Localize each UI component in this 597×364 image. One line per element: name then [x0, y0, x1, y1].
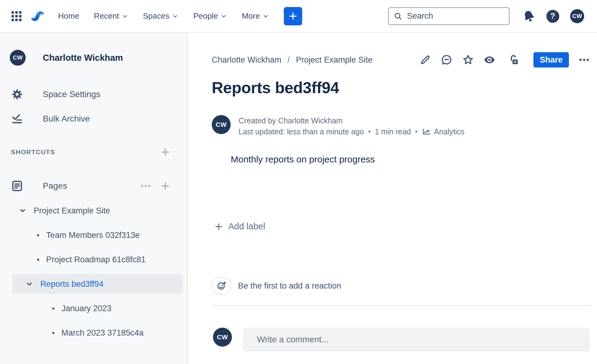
chevron-down-icon	[172, 13, 178, 20]
edit-button[interactable]	[419, 54, 431, 66]
analytics-chart-icon	[422, 127, 431, 136]
bell-icon	[522, 9, 536, 23]
add-shortcut-button[interactable]	[158, 145, 172, 159]
tree-item-project-example-site[interactable]: Project Example Site	[0, 201, 188, 220]
star-icon	[462, 54, 474, 66]
question-mark-icon: ?	[550, 11, 555, 21]
commenter-avatar: CW	[213, 328, 232, 347]
notifications-button[interactable]	[522, 9, 536, 23]
plus-icon	[288, 11, 298, 21]
primary-nav: Home Recent Spaces People More	[58, 11, 269, 21]
nav-home[interactable]: Home	[58, 11, 79, 21]
byline: CW Created by Charlotte Wickham Last upd…	[212, 115, 465, 137]
shortcuts-section-header: SHORTCUTS	[0, 146, 188, 158]
tree-item-reports-selected[interactable]: Reports bed3ff94	[12, 274, 183, 294]
breadcrumb-parent-link[interactable]: Project Example Site	[296, 55, 373, 65]
dot-separator: •	[415, 126, 418, 137]
top-navigation-bar: Home Recent Spaces People More	[0, 0, 597, 33]
chevron-down-icon[interactable]	[25, 280, 34, 288]
comments-button[interactable]	[441, 54, 453, 66]
comment-input[interactable]	[243, 335, 590, 344]
user-avatar-initials: CW	[572, 13, 582, 20]
confluence-logo[interactable]	[31, 9, 45, 23]
nav-spaces[interactable]: Spaces	[143, 11, 179, 21]
eye-icon	[483, 53, 496, 67]
last-updated-text: Last updated: less than a minute ago	[239, 126, 364, 137]
bulk-archive-label: Bulk Archive	[43, 114, 90, 124]
chevron-down-icon	[122, 13, 128, 20]
commenter-avatar-initials: CW	[217, 333, 228, 341]
help-button[interactable]: ?	[546, 10, 559, 23]
analytics-label: Analytics	[434, 126, 465, 137]
space-header[interactable]: CW Charlotte Wickham	[10, 50, 123, 66]
analytics-link[interactable]: Analytics	[422, 126, 465, 137]
add-label-text: Add label	[228, 221, 265, 231]
page-title: Reports bed3ff94	[212, 78, 339, 97]
smiley-plus-icon	[216, 281, 227, 291]
tree-item-label: Project Example Site	[34, 206, 110, 216]
tree-item-march-2023[interactable]: • March 2023 37185c4a	[0, 323, 188, 342]
created-by-line: Created by Charlotte Wickham	[239, 115, 465, 126]
nav-people[interactable]: People	[193, 11, 227, 21]
plus-icon	[160, 147, 171, 158]
search-icon	[394, 12, 403, 21]
space-avatar-initials: CW	[13, 54, 23, 61]
create-button[interactable]	[284, 7, 302, 25]
tree-item-team-members[interactable]: • Team Members 032f313e	[0, 226, 188, 245]
favorite-star-button[interactable]	[462, 54, 474, 66]
add-label-button[interactable]: Add label	[214, 221, 265, 231]
reaction-prompt-text: Be the first to add a reaction	[238, 281, 341, 291]
nav-home-label: Home	[58, 11, 79, 21]
watch-button[interactable]	[483, 54, 496, 66]
share-button[interactable]: Share	[533, 52, 569, 67]
app-switcher-grid-icon	[10, 9, 23, 23]
page-body-text: Monthly reports on project progress	[231, 154, 375, 165]
dot-separator: •	[368, 126, 371, 137]
comment-bubble-icon	[441, 54, 452, 66]
tree-item-project-roadmap[interactable]: • Project Roadmap 61c8fc81	[0, 250, 188, 269]
nav-more[interactable]: More	[242, 11, 269, 21]
sidebar-item-bulk-archive[interactable]: Bulk Archive	[0, 110, 188, 128]
nav-recent[interactable]: Recent	[94, 11, 128, 21]
author-avatar-initials: CW	[216, 121, 227, 128]
page-header: Charlotte Wickham / Project Example Site	[212, 50, 590, 69]
bullet-icon: •	[52, 304, 55, 313]
breadcrumb-separator: /	[288, 55, 290, 65]
pages-more-actions-button[interactable]	[137, 179, 154, 193]
search-box[interactable]	[388, 7, 510, 25]
plus-icon	[214, 222, 223, 231]
bullet-icon: •	[37, 255, 39, 264]
bulk-archive-icon	[11, 113, 23, 125]
confluence-app: Home Recent Spaces People More	[0, 0, 597, 364]
shortcuts-header-label: SHORTCUTS	[11, 148, 55, 156]
breadcrumb: Charlotte Wickham / Project Example Site	[212, 55, 372, 65]
tree-item-label: March 2023 37185c4a	[61, 328, 144, 338]
comment-composer: CW	[213, 328, 590, 351]
nav-spaces-label: Spaces	[143, 11, 170, 21]
restrictions-button[interactable]	[508, 54, 520, 66]
plus-icon	[160, 180, 171, 191]
user-avatar[interactable]: CW	[570, 9, 584, 23]
space-sidebar: CW Charlotte Wickham	[0, 33, 188, 364]
page-more-actions-button[interactable]	[578, 54, 590, 66]
tree-item-january-2023[interactable]: • January 2023	[0, 299, 188, 318]
bullet-icon: •	[52, 328, 55, 338]
search-input[interactable]	[407, 11, 493, 21]
author-avatar[interactable]: CW	[212, 115, 231, 134]
reactions-section: Be the first to add a reaction	[212, 277, 341, 295]
create-page-button[interactable]	[158, 179, 172, 193]
page-actions: Share	[419, 52, 590, 67]
app-switcher-button[interactable]	[9, 9, 24, 24]
sidebar-item-space-settings[interactable]: Space Settings	[0, 85, 188, 104]
add-reaction-button[interactable]	[212, 277, 231, 295]
pages-section-row[interactable]: Pages	[0, 176, 188, 196]
chevron-down-icon[interactable]	[18, 207, 27, 215]
breadcrumb-space-link[interactable]: Charlotte Wickham	[212, 55, 281, 65]
nav-people-label: People	[193, 11, 218, 21]
comment-input-box[interactable]	[243, 328, 590, 351]
ellipsis-icon	[578, 53, 590, 66]
pencil-icon	[419, 54, 431, 66]
chevron-down-icon	[220, 13, 227, 20]
read-time-text: 1 min read	[375, 126, 411, 137]
comments-divider	[212, 305, 590, 306]
